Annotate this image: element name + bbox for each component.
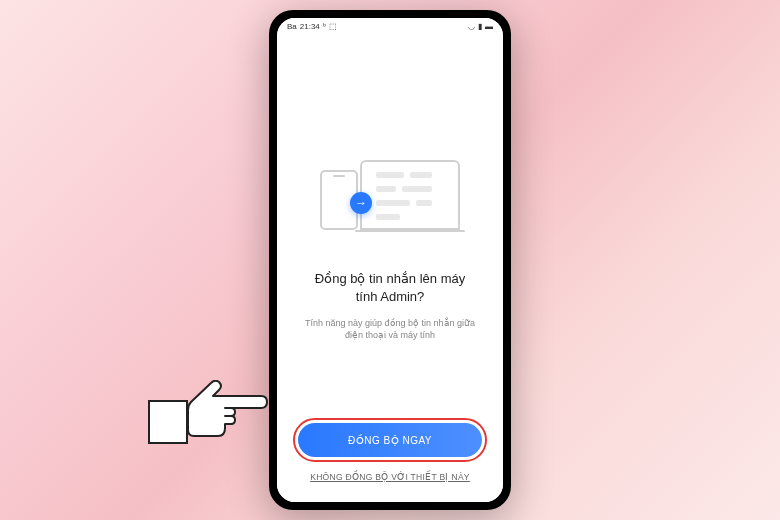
top-section: → Đồng bộ tin nhắn lên máy tính Admin? T…	[293, 74, 487, 418]
status-bar-left: Ba 21:34 ᵇ ⬚	[287, 22, 337, 31]
battery-icon: ▬	[485, 22, 493, 31]
sync-now-button[interactable]: ĐỒNG BỘ NGAY	[298, 423, 482, 457]
carrier-label: Ba	[287, 22, 297, 31]
sync-illustration: →	[320, 150, 460, 240]
status-bar-right: ◡ ▮ ▬	[468, 22, 493, 31]
bottom-section: ĐỒNG BỘ NGAY KHÔNG ĐỒNG BỘ VỚI THIẾT BỊ …	[293, 418, 487, 482]
pointing-hand-icon	[148, 372, 268, 462]
sync-title: Đồng bộ tin nhắn lên máy tính Admin?	[293, 270, 487, 306]
dont-sync-link[interactable]: KHÔNG ĐỒNG BỘ VỚI THIẾT BỊ NÀY	[310, 472, 470, 482]
phone-screen: Ba 21:34 ᵇ ⬚ ◡ ▮ ▬	[277, 18, 503, 502]
button-highlight-box: ĐỒNG BỘ NGAY	[293, 418, 487, 462]
phone-frame: Ba 21:34 ᵇ ⬚ ◡ ▮ ▬	[269, 10, 511, 510]
bluetooth-icon: ᵇ	[323, 22, 326, 31]
sync-content: → Đồng bộ tin nhắn lên máy tính Admin? T…	[277, 34, 503, 502]
sync-subtitle: Tính năng này giúp đồng bộ tin nhắn giữa…	[293, 317, 487, 342]
status-time: 21:34	[300, 22, 320, 31]
signal-icon: ▮	[478, 22, 482, 31]
app-icon: ⬚	[329, 22, 337, 31]
wifi-icon: ◡	[468, 22, 475, 31]
laptop-icon	[360, 160, 460, 230]
status-bar: Ba 21:34 ᵇ ⬚ ◡ ▮ ▬	[277, 18, 503, 34]
